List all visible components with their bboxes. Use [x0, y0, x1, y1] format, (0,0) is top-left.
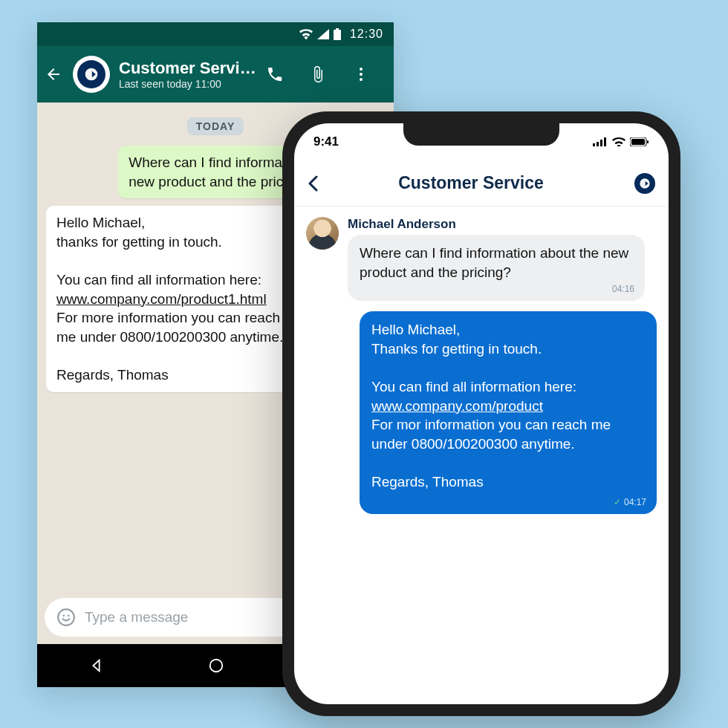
- cellular-icon: [317, 29, 329, 39]
- message-line: thanks for getting in touch.: [56, 234, 222, 250]
- svg-rect-0: [334, 30, 341, 40]
- svg-rect-1: [336, 28, 339, 30]
- android-status-bar: 12:30: [37, 22, 394, 46]
- message-time: 04:16: [612, 283, 634, 295]
- battery-icon: [630, 137, 649, 146]
- nav-back-icon[interactable]: [88, 657, 105, 674]
- svg-rect-13: [604, 137, 606, 146]
- chat-subtitle: Last seen today 11:00: [119, 78, 257, 90]
- attach-icon[interactable]: [309, 65, 343, 83]
- svg-point-2: [360, 68, 363, 71]
- message-line: Thanks for getting in touch.: [371, 341, 542, 357]
- header-title-block[interactable]: Customer Service Last seen today 11:00: [119, 59, 257, 90]
- message-line: Hello Michael,: [56, 215, 145, 230]
- svg-rect-15: [631, 139, 645, 145]
- svg-point-6: [62, 614, 65, 617]
- chat-body[interactable]: Michael Anderson Where can I find inform…: [294, 207, 669, 704]
- call-icon[interactable]: [266, 65, 300, 83]
- status-time: 9:41: [313, 134, 339, 149]
- date-separator: TODAY: [187, 117, 244, 135]
- svg-rect-11: [597, 142, 599, 146]
- chat-title: Customer Service: [119, 59, 257, 78]
- message-text: Where can I find information about the n…: [360, 245, 628, 280]
- message-time: ✓04:17: [614, 496, 646, 508]
- message-outgoing-row: Hello Michael, Thanks for getting in tou…: [306, 311, 657, 514]
- svg-point-5: [58, 609, 74, 625]
- svg-rect-16: [647, 140, 649, 143]
- brand-icon[interactable]: [634, 173, 655, 194]
- message-line: You can find all information here:: [371, 379, 576, 394]
- input-placeholder: Type a message: [85, 609, 188, 625]
- wifi-icon: [612, 137, 625, 146]
- message-line: Hello Michael,: [371, 322, 460, 337]
- status-time: 12:30: [350, 27, 383, 41]
- svg-point-4: [360, 78, 363, 81]
- svg-point-3: [360, 73, 363, 76]
- message-outgoing[interactable]: Hello Michael, Thanks for getting in tou…: [360, 311, 657, 514]
- chat-header: Customer Service Last seen today 11:00: [37, 46, 394, 103]
- battery-icon: [334, 28, 341, 40]
- back-button[interactable]: [45, 65, 64, 83]
- svg-point-7: [68, 614, 70, 617]
- cellular-icon: [593, 137, 608, 146]
- contact-avatar[interactable]: [73, 56, 110, 93]
- more-icon[interactable]: [352, 65, 386, 83]
- nav-home-icon[interactable]: [208, 657, 224, 674]
- emoji-icon[interactable]: [56, 608, 76, 627]
- svg-rect-10: [593, 143, 595, 146]
- iphone-screen: 9:41 Customer Service: [294, 123, 669, 704]
- message-link[interactable]: www.company.com/product: [371, 398, 543, 414]
- sender-avatar[interactable]: [306, 217, 339, 250]
- wifi-icon: [299, 29, 313, 39]
- message-line: You can find all information here:: [56, 272, 261, 287]
- message-incoming[interactable]: Hello Michael, thanks for getting in tou…: [46, 206, 313, 392]
- sender-name: Michael Anderson: [348, 217, 657, 232]
- message-incoming[interactable]: Where can I find information about the n…: [348, 235, 645, 301]
- message-line: For mor information you can reach me und…: [371, 417, 611, 452]
- message-link[interactable]: www.company.com/product1.html: [56, 291, 267, 307]
- chat-header: Customer Service: [294, 160, 669, 207]
- notch: [403, 123, 559, 146]
- iphone: 9:41 Customer Service: [282, 111, 680, 716]
- chat-title: Customer Service: [316, 173, 625, 193]
- message-incoming-row: Michael Anderson Where can I find inform…: [306, 217, 657, 301]
- svg-point-8: [210, 660, 223, 672]
- message-line: For more information you can reach me un…: [56, 310, 283, 345]
- message-line: Regards, Thomas: [56, 367, 169, 383]
- svg-rect-12: [600, 140, 602, 146]
- message-line: Regards, Thomas: [371, 474, 484, 490]
